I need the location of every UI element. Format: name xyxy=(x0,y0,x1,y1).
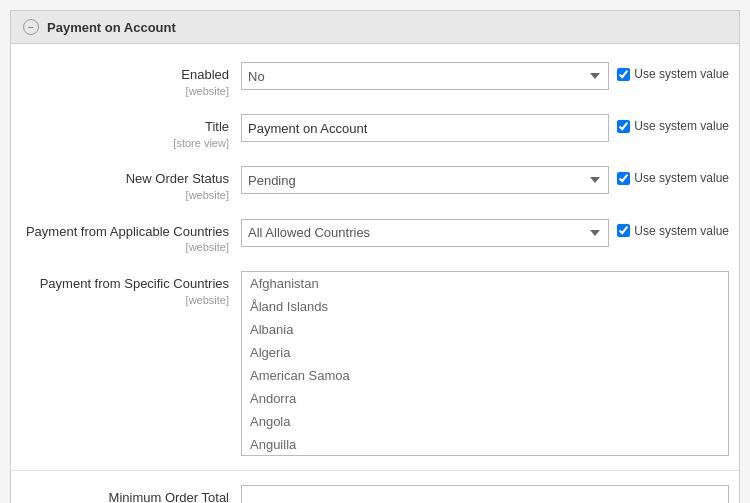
new-order-status-control: Pending Processing Use system value xyxy=(241,166,729,194)
payment-on-account-section: − Payment on Account Enabled [website] N… xyxy=(10,10,740,503)
specific-countries-listbox[interactable]: Afghanistan Åland Islands Albania Algeri… xyxy=(241,271,729,456)
list-item[interactable]: Angola xyxy=(242,410,728,433)
list-item[interactable]: American Samoa xyxy=(242,364,728,387)
min-order-total-label: Minimum Order Total [website] xyxy=(21,485,241,503)
enabled-control: No Yes Use system value xyxy=(241,62,729,90)
list-item[interactable]: Afghanistan xyxy=(242,272,728,295)
enabled-select[interactable]: No Yes xyxy=(241,62,609,90)
specific-countries-row: Payment from Specific Countries [website… xyxy=(11,263,739,464)
title-system-checkbox[interactable] xyxy=(617,120,630,133)
form-body: Enabled [website] No Yes Use system valu… xyxy=(11,44,739,503)
title-row: Title [store view] Use system value xyxy=(11,106,739,158)
list-item[interactable]: Algeria xyxy=(242,341,728,364)
applicable-countries-label: Payment from Applicable Countries [websi… xyxy=(21,219,241,255)
specific-countries-label: Payment from Specific Countries [website… xyxy=(21,271,241,307)
specific-countries-listbox-wrapper: Afghanistan Åland Islands Albania Algeri… xyxy=(241,271,729,456)
list-item[interactable]: Åland Islands xyxy=(242,295,728,318)
new-order-status-system-checkbox[interactable] xyxy=(617,172,630,185)
new-order-status-label: New Order Status [website] xyxy=(21,166,241,202)
section-header[interactable]: − Payment on Account xyxy=(11,11,739,44)
min-order-total-row: Minimum Order Total [website] xyxy=(11,477,739,503)
applicable-countries-system-checkbox[interactable] xyxy=(617,224,630,237)
new-order-status-row: New Order Status [website] Pending Proce… xyxy=(11,158,739,210)
title-label: Title [store view] xyxy=(21,114,241,150)
enabled-label: Enabled [website] xyxy=(21,62,241,98)
applicable-countries-control: All Allowed Countries Specific Countries… xyxy=(241,219,729,247)
title-use-system[interactable]: Use system value xyxy=(617,114,729,133)
list-item[interactable]: Anguilla xyxy=(242,433,728,456)
new-order-status-select[interactable]: Pending Processing xyxy=(241,166,609,194)
min-order-total-input[interactable] xyxy=(241,485,729,503)
list-item[interactable]: Albania xyxy=(242,318,728,341)
title-control: Use system value xyxy=(241,114,729,142)
title-input[interactable] xyxy=(241,114,609,142)
applicable-countries-use-system[interactable]: Use system value xyxy=(617,219,729,238)
enabled-row: Enabled [website] No Yes Use system valu… xyxy=(11,54,739,106)
divider xyxy=(11,470,739,471)
enabled-system-checkbox[interactable] xyxy=(617,68,630,81)
section-title: Payment on Account xyxy=(47,20,176,35)
applicable-countries-select[interactable]: All Allowed Countries Specific Countries xyxy=(241,219,609,247)
specific-countries-control: Afghanistan Åland Islands Albania Algeri… xyxy=(241,271,729,456)
toggle-icon[interactable]: − xyxy=(23,19,39,35)
new-order-status-use-system[interactable]: Use system value xyxy=(617,166,729,185)
min-order-total-control xyxy=(241,485,729,503)
enabled-use-system[interactable]: Use system value xyxy=(617,62,729,81)
applicable-countries-row: Payment from Applicable Countries [websi… xyxy=(11,211,739,263)
list-item[interactable]: Andorra xyxy=(242,387,728,410)
